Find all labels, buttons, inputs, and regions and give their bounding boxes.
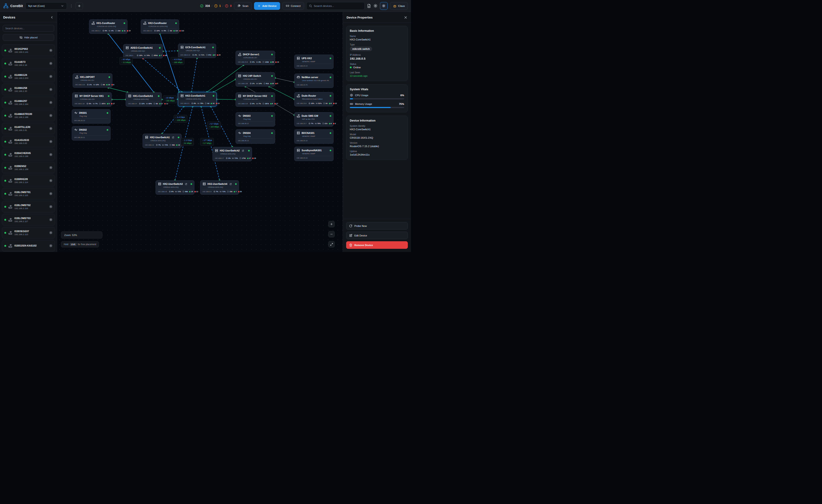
hide-placed-button[interactable]: Hide placed: [3, 34, 54, 41]
probe-now-button[interactable]: Probe Now: [346, 222, 408, 229]
online-dot: [4, 50, 6, 51]
node-hx1router[interactable]: HX1-CoreRouterCCR2216-1G-12XS-2XQ192.168…: [89, 19, 127, 34]
close-panel-button[interactable]: [404, 16, 407, 19]
device-list-item[interactable]: 01AMA124192.168.0.203: [2, 71, 55, 82]
node-hx1_24port[interactable]: HX1-24PORTCRS326-24G-2S+192.168.0.201%13…: [73, 73, 112, 88]
node-dns04[interactable]: DNS04Ping Only192.168.26.13: [236, 129, 275, 144]
device-list-item[interactable]: 01BIENS2192.168.2.158: [2, 162, 55, 173]
node-usersw4[interactable]: HX2-UserSwitch4CRS518-16XS-2XQ192.168.0.…: [200, 180, 239, 195]
fit-view-button[interactable]: [328, 241, 335, 247]
switch-icon: [158, 182, 161, 186]
memory-stat: 8%: [256, 61, 261, 63]
device-settings-icon[interactable]: [49, 101, 53, 104]
device-settings-icon[interactable]: [49, 205, 53, 208]
topology-canvas[interactable]: HX1-CoreRouterCCR2216-1G-12XS-2XQ192.168…: [57, 12, 343, 252]
connect-button[interactable]: Connect: [282, 2, 304, 10]
device-search-input[interactable]: [314, 5, 362, 7]
node-model: CRS518-16XS-2XQ: [163, 186, 192, 188]
device-settings-icon[interactable]: [49, 166, 53, 169]
device-settings-icon[interactable]: [49, 231, 53, 234]
device-list-item[interactable]: 01AAB73192.168.2.16: [2, 58, 55, 69]
node-usersw2[interactable]: HX2-UserSwitch2CRS518-16XS-2XQ192.168.0.…: [213, 147, 252, 161]
node-dns01[interactable]: DNS01Ping Only192.168.26.10: [72, 109, 110, 124]
node-usersw3[interactable]: HX2-UserSwitch3CRS518-16XS-2XQ192.168.0.…: [155, 180, 194, 195]
device-settings-icon[interactable]: [49, 179, 53, 182]
node-ups[interactable]: UPS HX2GENERIC SNMP192.168.24.14: [294, 55, 334, 69]
node-nydhcp2[interactable]: NY DHCP Server HX2CCR2004-16G-2S+192.168…: [236, 92, 275, 107]
device-list-item[interactable]: 01AUGUS33192.168.0.83: [2, 136, 55, 147]
collapse-sidebar-button[interactable]: [50, 16, 54, 19]
node-gc9[interactable]: GC9-CoreSwitch1CRS326-24S+2Q+192.168.0.1…: [178, 44, 216, 58]
uptime-stat: 126d: [262, 61, 269, 63]
device-list-item[interactable]: 01BLOMST03192.168.2.117: [2, 214, 55, 225]
external-link-icon[interactable]: [230, 183, 232, 185]
node-dude_router[interactable]: Dude-RouterRB1100AHx4 Dude Edition192.16…: [294, 92, 334, 106]
switch-icon: [180, 45, 184, 49]
edit-device-button[interactable]: Edit Device: [346, 232, 408, 239]
device-list-item[interactable]: 01BIRKE09192.168.2.114: [2, 175, 55, 186]
device-list-item[interactable]: 01BOEGE07192.168.2.113: [2, 227, 55, 238]
device-settings-icon[interactable]: [49, 218, 53, 221]
add-device-button[interactable]: Add Device: [254, 2, 280, 10]
node-hx2core[interactable]: HX2-CoreSwitch1CRS518-16XS-2XQ192.168.0.…: [178, 92, 217, 106]
device-settings-icon[interactable]: [49, 192, 53, 195]
down-ports-stat: 20: [238, 190, 242, 192]
node-bdcnas[interactable]: BDCNAS01GENERIC SNMP192.168.20.10: [294, 129, 334, 144]
settings-button[interactable]: [373, 4, 378, 8]
device-list-item[interactable]: 01BLOMST01192.168.2.115: [2, 188, 55, 199]
device-settings-icon[interactable]: [49, 153, 53, 156]
node-hx2_24p[interactable]: HX2 24P-SwitchCRS326-24G-2S+192.168.0.36…: [236, 72, 275, 87]
device-list-item[interactable]: 001KEP002192.168.0.141: [2, 45, 55, 56]
device-list-item[interactable]: 01ARTILLERI192.168.2.81: [2, 123, 55, 134]
pulse-icon: [74, 128, 78, 132]
theme-toggle-button[interactable]: [380, 2, 388, 10]
external-link-icon[interactable]: [172, 136, 174, 139]
node-dns02[interactable]: DNS02Ping Only192.168.26.11: [72, 126, 110, 140]
switch-icon: [297, 148, 300, 152]
device-list-item[interactable]: 01AMA297192.168.2.164: [2, 97, 55, 108]
device-settings-icon[interactable]: [49, 127, 53, 130]
node-dude_sms[interactable]: Dude SMS GWhAP ax lite LTE6192.168.23.77…: [294, 112, 334, 126]
router-icon: [8, 113, 12, 118]
zoom-in-button[interactable]: [328, 221, 335, 227]
node-hx1core[interactable]: HX1-CoreSwitch1CRS518-16XS-2XQ192.168.0.…: [126, 92, 162, 107]
device-settings-icon[interactable]: [49, 88, 53, 91]
node-name: DNS04: [243, 132, 251, 134]
logs-button[interactable]: [367, 4, 371, 8]
node-adeo[interactable]: ADEO-CoreSwitch1CRS326-24S+2Q+192.168.0……: [123, 44, 163, 58]
external-link-icon[interactable]: [242, 149, 244, 152]
node-hx2router[interactable]: HX2-CoreRouterCCR2216-1G-12XS-2XQ192.168…: [141, 19, 179, 34]
node-nydhcp1[interactable]: NY DHCP Server HX1CCR2004-16G-2S+192.168…: [72, 92, 112, 107]
node-netmon[interactable]: NetMon serverLinux sentinel1 6.8.0-86-ge…: [294, 74, 334, 88]
remove-device-button[interactable]: Remove Device: [346, 241, 408, 249]
device-list-item[interactable]: 01AMASTR100192.168.2.188: [2, 110, 55, 121]
node-sundbynas[interactable]: SundbynetNAS01GENERIC SNMP192.168.23.10: [294, 147, 334, 161]
node-dns03[interactable]: DNS03Ping Only192.168.26.12: [236, 112, 275, 126]
node-model: Ping Only: [79, 132, 108, 134]
node-stats: 192.168.26.12: [238, 122, 273, 124]
device-list-item[interactable]: 01AMA258192.168.2.30: [2, 84, 55, 95]
device-list-item[interactable]: 01BACHER45192.168.0.196: [2, 149, 55, 160]
node-usersw1[interactable]: HX2-UserSwitch1CRS518-16XS-2XQ192.168.0.…: [142, 134, 181, 148]
node-dhcp1[interactable]: DHCP-Server1CCR1036-8G-2S+192.168.23.80%…: [236, 51, 275, 65]
device-settings-icon[interactable]: [49, 140, 53, 143]
external-link-icon[interactable]: [185, 183, 187, 185]
project-dropdown[interactable]: Nyt net (Core): [25, 2, 67, 10]
device-list-item[interactable]: 01BLOMST02192.168.2.116: [2, 201, 55, 212]
brand-name: CoreBit: [10, 4, 23, 8]
device-settings-icon[interactable]: [49, 49, 53, 52]
project-menu-button[interactable]: [69, 4, 73, 8]
zoom-out-button[interactable]: [328, 231, 335, 237]
device-settings-icon[interactable]: [49, 114, 53, 117]
device-ip: 192.168.2.158: [14, 168, 47, 170]
device-list-item[interactable]: 01BS1924-KAS102: [2, 240, 55, 251]
basic-information-card: Basic Information Name HX2-CoreSwitch1 T…: [346, 26, 408, 81]
sidebar-search-input[interactable]: [3, 25, 54, 32]
device-settings-icon[interactable]: [49, 62, 53, 65]
scan-button[interactable]: Scan: [234, 2, 252, 10]
device-settings-icon[interactable]: [49, 244, 53, 247]
device-settings-icon[interactable]: [49, 75, 53, 78]
user-menu-button[interactable]: Claus: [390, 2, 408, 10]
node-ip: 192.168.26.10: [74, 119, 85, 121]
add-project-button[interactable]: [76, 2, 83, 10]
